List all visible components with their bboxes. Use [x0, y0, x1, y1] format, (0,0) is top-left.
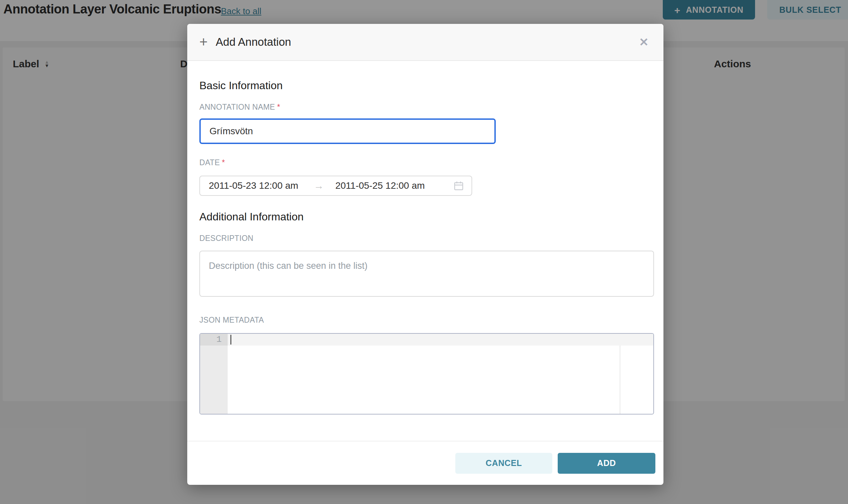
app-root: Annotation Layer Volcanic Eruptions Back… — [0, 0, 848, 504]
date-label: DATE* — [200, 158, 651, 167]
calendar-icon — [453, 180, 464, 191]
plus-icon: + — [200, 35, 208, 49]
date-end-value[interactable]: 2011-05-25 12:00 am — [335, 180, 425, 191]
date-range-picker[interactable]: 2011-05-23 12:00 am → 2011-05-25 12:00 a… — [200, 176, 472, 196]
description-textarea[interactable] — [200, 251, 654, 297]
section-heading-basic: Basic Information — [200, 79, 651, 92]
json-metadata-editor[interactable]: 1 — [200, 333, 654, 414]
section-heading-additional: Additional Information — [200, 210, 651, 223]
editor-cursor — [230, 335, 231, 344]
modal-body: Basic Information ANNOTATION NAME* DATE*… — [187, 79, 663, 414]
annotation-name-label-text: ANNOTATION NAME — [200, 103, 275, 111]
description-label: DESCRIPTION — [200, 234, 651, 242]
close-icon[interactable]: ✕ — [639, 36, 649, 48]
editor-active-line — [228, 334, 653, 345]
modal-title: Add Annotation — [216, 36, 291, 49]
json-metadata-label: JSON METADATA — [200, 316, 651, 324]
annotation-name-label: ANNOTATION NAME* — [200, 103, 651, 111]
date-label-text: DATE — [200, 158, 220, 167]
editor-line-number: 1 — [200, 334, 228, 345]
add-annotation-modal: + Add Annotation ✕ Basic Information ANN… — [187, 24, 663, 485]
required-asterisk: * — [277, 103, 280, 111]
editor-print-margin — [620, 345, 620, 414]
annotation-name-input[interactable] — [200, 119, 496, 144]
arrow-right-icon: → — [314, 180, 324, 192]
required-asterisk: * — [222, 158, 225, 167]
cancel-button[interactable]: CANCEL — [455, 453, 552, 474]
modal-header: + Add Annotation ✕ — [187, 24, 663, 61]
modal-footer: CANCEL ADD — [187, 441, 663, 485]
add-button[interactable]: ADD — [558, 453, 655, 474]
editor-gutter — [200, 334, 228, 414]
date-start-value[interactable]: 2011-05-23 12:00 am — [209, 180, 298, 191]
